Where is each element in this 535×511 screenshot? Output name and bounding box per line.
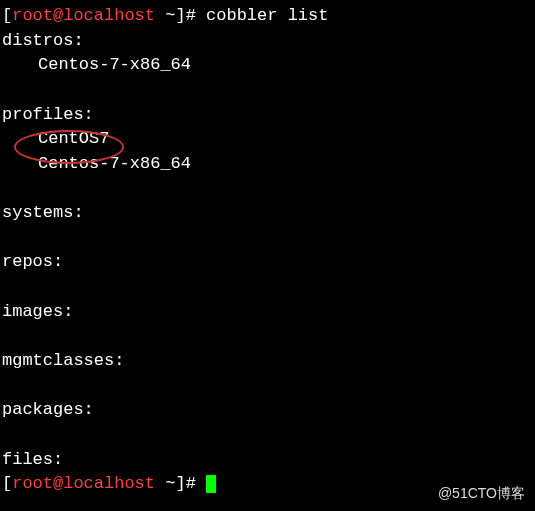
user-host: root@localhost: [12, 474, 155, 493]
terminal-cursor[interactable]: [206, 475, 216, 493]
blank-line: [2, 423, 533, 448]
distros-item: Centos-7-x86_64: [2, 53, 533, 78]
cwd: ~: [155, 474, 175, 493]
blank-line: [2, 275, 533, 300]
repos-header: repos:: [2, 250, 533, 275]
blank-line: [2, 176, 533, 201]
watermark-text: @51CTO博客: [438, 483, 525, 503]
systems-header: systems:: [2, 201, 533, 226]
files-header: files:: [2, 448, 533, 473]
bracket-open: [: [2, 6, 12, 25]
user-host: root@localhost: [12, 6, 155, 25]
bracket-close: ]#: [175, 6, 206, 25]
profiles-item: Centos-7-x86_64: [2, 152, 533, 177]
bracket-close: ]#: [175, 474, 206, 493]
blank-line: [2, 374, 533, 399]
blank-line: [2, 78, 533, 103]
distros-header: distros:: [2, 29, 533, 54]
profiles-header: profiles:: [2, 103, 533, 128]
cwd: ~: [155, 6, 175, 25]
blank-line: [2, 324, 533, 349]
blank-line: [2, 226, 533, 251]
packages-header: packages:: [2, 398, 533, 423]
profiles-item-highlighted: CentOS7: [2, 127, 533, 152]
images-header: images:: [2, 300, 533, 325]
mgmtclasses-header: mgmtclasses:: [2, 349, 533, 374]
bracket-open: [: [2, 474, 12, 493]
prompt-line-1: [root@localhost ~]# cobbler list: [2, 4, 533, 29]
command-input[interactable]: cobbler list: [206, 6, 328, 25]
